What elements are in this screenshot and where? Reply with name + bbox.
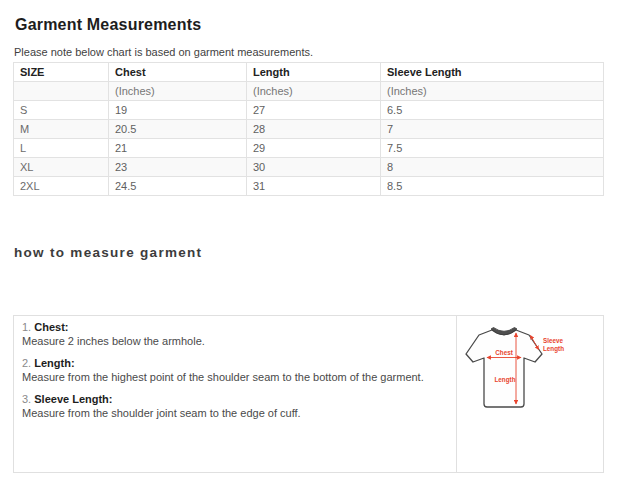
length-cell: 27 bbox=[247, 101, 381, 120]
sleeve-cell: 7 bbox=[381, 120, 604, 139]
header-row: SIZE Chest Length Sleeve Length bbox=[14, 63, 604, 82]
step-number: 1. bbox=[22, 321, 31, 333]
length-cell: 30 bbox=[247, 158, 381, 177]
units-row: (Inches) (Inches) (Inches) bbox=[14, 82, 604, 101]
chest-cell: 19 bbox=[109, 101, 247, 120]
table-row-m: M 20.5 28 7 bbox=[14, 120, 604, 139]
chest-cell: 20.5 bbox=[109, 120, 247, 139]
length-cell: 31 bbox=[247, 177, 381, 196]
how-to-measure-heading: how to measure garment bbox=[14, 245, 202, 260]
sleeve-cell: 7.5 bbox=[381, 139, 604, 158]
step-length: 2. Length: Measure from the highest poin… bbox=[22, 357, 446, 384]
step-number: 2. bbox=[22, 357, 31, 369]
chest-cell: 24.5 bbox=[109, 177, 247, 196]
column-header-sleeve-length: Sleeve Length bbox=[381, 63, 604, 82]
column-header-length: Length bbox=[247, 63, 381, 82]
step-sleeve-length: 3. Sleeve Length: Measure from the shoul… bbox=[22, 393, 446, 420]
size-cell: L bbox=[14, 139, 109, 158]
table-row-2xl: 2XL 24.5 31 8.5 bbox=[14, 177, 604, 196]
column-header-size: SIZE bbox=[14, 63, 109, 82]
size-cell: XL bbox=[14, 158, 109, 177]
step-number: 3. bbox=[22, 393, 31, 405]
chest-cell: 21 bbox=[109, 139, 247, 158]
sleeve-cell: 6.5 bbox=[381, 101, 604, 120]
size-cell: 2XL bbox=[14, 177, 109, 196]
table-row-xl: XL 23 30 8 bbox=[14, 158, 604, 177]
chart-note-text: Please note below chart is based on garm… bbox=[14, 46, 313, 58]
sleeve-length-label-line1: Sleeve bbox=[543, 337, 563, 344]
tshirt-measurement-diagram: Chest Length Sleeve Length bbox=[459, 319, 567, 413]
size-chart-table: SIZE Chest Length Sleeve Length (Inches)… bbox=[13, 62, 604, 196]
length-arrow-label: Length bbox=[495, 376, 516, 384]
step-text: Measure from the highest point of the sh… bbox=[22, 371, 446, 384]
length-cell: 28 bbox=[247, 120, 381, 139]
size-cell: S bbox=[14, 101, 109, 120]
tshirt-outline bbox=[466, 330, 542, 407]
measure-instructions-box: 1. Chest: Measure 2 inches below the arm… bbox=[13, 315, 604, 473]
step-chest: 1. Chest: Measure 2 inches below the arm… bbox=[22, 321, 446, 348]
units-cell-chest: (Inches) bbox=[109, 82, 247, 101]
size-cell: M bbox=[14, 120, 109, 139]
units-cell-empty bbox=[14, 82, 109, 101]
table-row-l: L 21 29 7.5 bbox=[14, 139, 604, 158]
step-label: Sleeve Length: bbox=[34, 393, 112, 405]
column-header-chest: Chest bbox=[109, 63, 247, 82]
step-text: Measure 2 inches below the armhole. bbox=[22, 335, 446, 348]
step-text: Measure from the shoulder joint seam to … bbox=[22, 407, 446, 420]
diagram-panel: Chest Length Sleeve Length bbox=[457, 316, 603, 472]
sleeve-cell: 8.5 bbox=[381, 177, 604, 196]
length-cell: 29 bbox=[247, 139, 381, 158]
units-cell-length: (Inches) bbox=[247, 82, 381, 101]
sleeve-cell: 8 bbox=[381, 158, 604, 177]
table-row-s: S 19 27 6.5 bbox=[14, 101, 604, 120]
chest-cell: 23 bbox=[109, 158, 247, 177]
sleeve-length-label-line2: Length bbox=[543, 345, 564, 353]
page-title: Garment Measurements bbox=[15, 16, 201, 34]
step-label: Chest: bbox=[34, 321, 68, 333]
chest-arrow-label: Chest bbox=[495, 349, 513, 356]
instructions-panel: 1. Chest: Measure 2 inches below the arm… bbox=[14, 316, 457, 472]
units-cell-sleeve: (Inches) bbox=[381, 82, 604, 101]
step-label: Length: bbox=[34, 357, 74, 369]
